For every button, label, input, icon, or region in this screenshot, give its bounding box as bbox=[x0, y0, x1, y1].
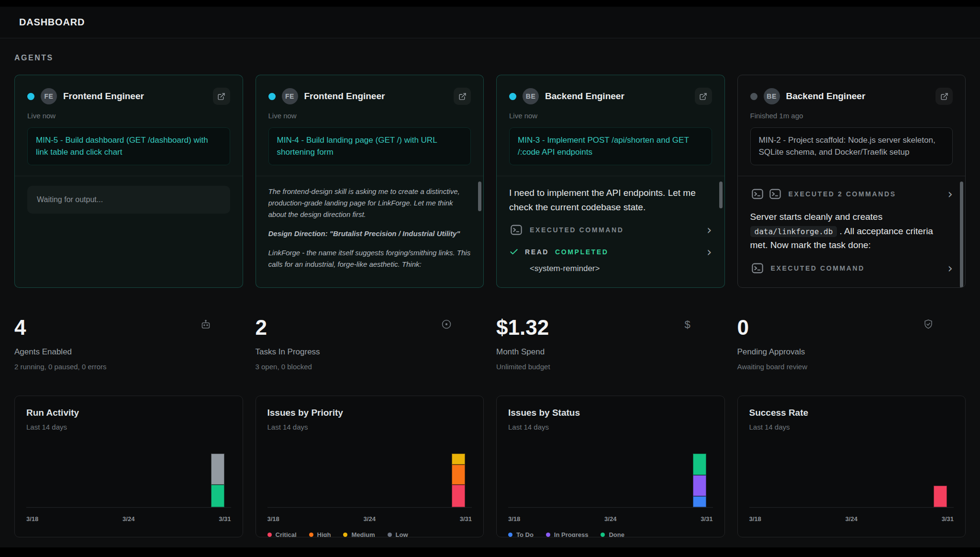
check-icon bbox=[509, 247, 519, 257]
thinking-paragraph: The frontend-design skill is asking me t… bbox=[268, 186, 471, 220]
legend-item: High bbox=[309, 531, 331, 537]
current-task-chip[interactable]: MIN-2 - Project scaffold: Node.js server… bbox=[750, 127, 953, 165]
stat-label: Tasks In Progress bbox=[256, 347, 484, 357]
tool-label: EXECUTED 2 COMMANDS bbox=[789, 190, 896, 198]
legend-item: In Progress bbox=[546, 531, 589, 537]
chart-plot bbox=[26, 436, 231, 508]
chart-subtitle: Last 14 days bbox=[267, 423, 472, 431]
stacked-bar bbox=[693, 454, 706, 507]
agent-card-header: BE Backend Engineer bbox=[509, 88, 712, 105]
stat-agents-enabled: 4 Agents Enabled 2 running, 0 paused, 0 … bbox=[14, 316, 243, 371]
x-tick: 3/24 bbox=[122, 515, 134, 523]
chart-title: Issues by Priority bbox=[267, 408, 472, 418]
chart-plot bbox=[508, 436, 713, 508]
legend-label: To Do bbox=[516, 531, 534, 537]
stacked-bar bbox=[211, 454, 224, 507]
tool-label-read: READ bbox=[525, 248, 549, 256]
open-agent-button[interactable] bbox=[695, 88, 712, 105]
chevron-right-icon: › bbox=[707, 246, 712, 258]
legend-label: Low bbox=[396, 531, 408, 537]
open-agent-button[interactable] bbox=[935, 88, 953, 105]
inline-code: data/linkforge.db bbox=[750, 226, 837, 237]
chart-issues-by-priority: Issues by Priority Last 14 days 3/18 3/2… bbox=[256, 396, 484, 537]
x-tick: 3/18 bbox=[749, 515, 761, 523]
live-status-dot bbox=[268, 93, 276, 100]
current-task-chip[interactable]: MIN-3 - Implement POST /api/shorten and … bbox=[509, 127, 712, 165]
top-bar: DASHBOARD bbox=[0, 7, 980, 38]
page-title: DASHBOARD bbox=[19, 17, 85, 28]
stat-sub: 2 running, 0 paused, 0 errors bbox=[14, 363, 243, 371]
agent-card-min3[interactable]: BE Backend Engineer Live now MIN-3 - Imp… bbox=[496, 75, 725, 288]
agent-output: EXECUTED 2 COMMANDS › Server starts clea… bbox=[750, 176, 953, 277]
bar-segment-success bbox=[211, 485, 224, 507]
agent-status: Finished 1m ago bbox=[750, 112, 953, 120]
legend-label: Medium bbox=[351, 531, 375, 537]
agent-card-min4[interactable]: FE Frontend Engineer Live now MIN-4 - Bu… bbox=[256, 75, 484, 288]
executed-command-row[interactable]: EXECUTED COMMAND › bbox=[509, 223, 712, 237]
x-tick: 3/31 bbox=[219, 515, 231, 523]
bar-segment-other bbox=[211, 454, 224, 485]
legend-dot-icon bbox=[267, 533, 272, 537]
chart-issues-by-status: Issues by Status Last 14 days 3/18 3/24 … bbox=[496, 396, 725, 537]
bar-segment-rate bbox=[934, 486, 947, 507]
legend: CriticalHighMediumLow bbox=[267, 531, 472, 537]
open-agent-button[interactable] bbox=[454, 88, 471, 105]
external-link-icon bbox=[458, 92, 467, 101]
legend-dot-icon bbox=[343, 533, 347, 537]
agent-message: I need to implement the API endpoints. L… bbox=[509, 186, 712, 214]
external-link-icon bbox=[699, 92, 707, 101]
executed-commands-row[interactable]: EXECUTED 2 COMMANDS › bbox=[750, 187, 953, 201]
legend-label: Critical bbox=[276, 531, 297, 537]
x-tick: 3/24 bbox=[846, 515, 858, 523]
scrollbar-thumb[interactable] bbox=[719, 182, 723, 208]
open-agent-button[interactable] bbox=[213, 88, 230, 105]
x-axis-labels: 3/18 3/24 3/31 bbox=[267, 515, 472, 523]
agent-name: Frontend Engineer bbox=[63, 91, 144, 102]
x-tick: 3/24 bbox=[364, 515, 376, 523]
bar-segment-to-do bbox=[693, 496, 706, 507]
current-task-chip[interactable]: MIN-4 - Build landing page (GET /) with … bbox=[268, 127, 471, 165]
legend-dot-icon bbox=[546, 533, 550, 537]
external-link-icon bbox=[217, 92, 225, 101]
x-tick: 3/31 bbox=[942, 515, 954, 523]
tool-label-completed: COMPLETED bbox=[555, 248, 608, 256]
chevron-right-icon: › bbox=[707, 224, 712, 236]
current-task-chip[interactable]: MIN-5 - Build dashboard (GET /dashboard)… bbox=[27, 127, 230, 165]
stat-month-spend: $1.32 $ Month Spend Unlimited budget bbox=[496, 316, 725, 371]
legend-label: In Progress bbox=[554, 531, 589, 537]
legend-item: Low bbox=[388, 531, 408, 537]
agent-card-min2[interactable]: BE Backend Engineer Finished 1m ago MIN-… bbox=[737, 75, 966, 288]
agent-card-min5[interactable]: FE Frontend Engineer Live now MIN-5 - Bu… bbox=[14, 75, 243, 288]
x-axis-labels: 3/18 3/24 3/31 bbox=[508, 515, 713, 523]
stat-label: Pending Approvals bbox=[737, 347, 966, 357]
chevron-right-icon: › bbox=[948, 188, 953, 200]
stat-tasks-in-progress: 2 Tasks In Progress 3 open, 0 blocked bbox=[256, 316, 484, 371]
legend-label: Done bbox=[609, 531, 624, 537]
chart-title: Run Activity bbox=[26, 408, 231, 418]
system-reminder-text: <system-reminder> bbox=[530, 264, 712, 273]
bar-segment-critical bbox=[452, 485, 465, 507]
shield-check-icon bbox=[923, 318, 934, 330]
agents-section-label: AGENTS bbox=[14, 54, 966, 62]
legend-dot-icon bbox=[309, 533, 313, 537]
executed-command-row[interactable]: EXECUTED COMMAND › bbox=[750, 261, 953, 275]
agent-name: Frontend Engineer bbox=[304, 91, 385, 102]
x-tick: 3/31 bbox=[460, 515, 472, 523]
read-completed-row[interactable]: READ COMPLETED › bbox=[509, 246, 712, 258]
tool-label: EXECUTED COMMAND bbox=[530, 226, 624, 234]
terminal-icon bbox=[750, 261, 765, 275]
external-link-icon bbox=[940, 92, 948, 101]
dashboard-app: DASHBOARD AGENTS FE Frontend Engineer Li… bbox=[0, 7, 980, 547]
dollar-icon: $ bbox=[682, 318, 693, 330]
x-tick: 3/31 bbox=[701, 515, 713, 523]
avatar: BE bbox=[764, 88, 780, 104]
live-status-dot bbox=[509, 93, 516, 100]
chart-title: Success Rate bbox=[749, 408, 954, 418]
scrollbar-thumb[interactable] bbox=[478, 182, 481, 211]
legend-label: High bbox=[317, 531, 331, 537]
legend-dot-icon bbox=[508, 533, 512, 537]
scrollbar-thumb[interactable] bbox=[960, 182, 963, 288]
x-tick: 3/18 bbox=[26, 515, 38, 523]
legend-dot-icon bbox=[388, 533, 392, 537]
chart-plot bbox=[267, 436, 472, 508]
